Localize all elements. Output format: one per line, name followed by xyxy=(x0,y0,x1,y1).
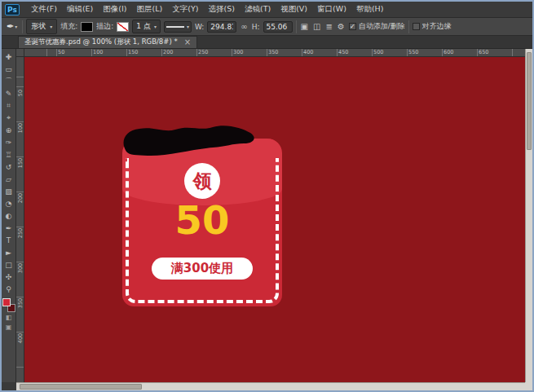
path-operations-icon[interactable]: ▣ xyxy=(300,22,309,31)
eraser-tool-icon[interactable]: ▱ xyxy=(2,173,15,185)
ruler-tick-label: 350 xyxy=(16,297,24,332)
ruler-tick-label: 600 xyxy=(442,49,477,56)
healing-brush-tool-icon[interactable]: ⊕ xyxy=(2,124,15,136)
width-input[interactable] xyxy=(207,21,236,33)
claim-character: 领 xyxy=(193,169,212,194)
gradient-tool-icon[interactable]: ▨ xyxy=(2,185,15,197)
stroke-style-preview xyxy=(166,26,184,28)
ruler-tick-label: 300 xyxy=(16,262,24,297)
ruler-tick-label: 100 xyxy=(91,49,126,56)
align-edges-option[interactable]: 对齐边缘 xyxy=(413,21,452,32)
horizontal-scrollbar-thumb[interactable] xyxy=(20,384,142,390)
link-dimensions-icon[interactable]: ∞ xyxy=(240,22,248,31)
ruler-tick-label: 200 xyxy=(161,49,196,56)
type-tool-icon[interactable]: T xyxy=(2,234,15,246)
ruler-tick-label: 350 xyxy=(267,49,302,56)
auto-add-delete-checkbox[interactable]: ✓ xyxy=(349,23,356,30)
brush-tool-icon[interactable]: ✑ xyxy=(2,136,15,148)
stroke-color-swatch[interactable] xyxy=(117,22,129,32)
vertical-scrollbar-thumb[interactable] xyxy=(527,52,532,150)
pen-tool-icon: ✒ xyxy=(7,21,14,32)
quick-select-tool-icon[interactable]: ✎ xyxy=(2,87,15,99)
ruler-corner xyxy=(16,49,24,57)
crop-tool-icon[interactable]: ⌗ xyxy=(2,99,15,112)
stroke-width-value: 1 点 xyxy=(136,21,151,32)
document-canvas[interactable]: 领 50 满300使用 xyxy=(24,57,525,382)
ruler-tick-label: 50 xyxy=(16,86,24,121)
vertical-scrollbar[interactable] xyxy=(525,49,532,382)
tool-preset-picker[interactable]: ✒ ▾ xyxy=(5,20,19,33)
document-tab[interactable]: 圣诞节优惠券.psd @ 100% (形状 1, RGB/8#) * × xyxy=(18,36,197,48)
align-edges-checkbox[interactable] xyxy=(413,23,420,30)
vertical-ruler: 50100150200250300350400 xyxy=(16,57,24,382)
photoshop-window: Ps 文件(F)编辑(E)图像(I)图层(L)文字(Y)选择(S)滤镜(T)视图… xyxy=(0,0,534,392)
ruler-tick-label: 450 xyxy=(337,49,372,56)
auto-add-delete-option[interactable]: ✓ 自动添加/删除 xyxy=(349,21,405,32)
menu-item[interactable]: 滤镜(T) xyxy=(240,2,276,16)
chevron-down-icon: ▾ xyxy=(15,24,17,29)
stroke-width-field[interactable]: 1 点 ▾ xyxy=(132,20,161,33)
condition-pill: 满300使用 xyxy=(152,258,253,280)
ruler-tick-label: 150 xyxy=(16,156,24,192)
ruler-tick-label: 400 xyxy=(16,332,24,367)
menu-item[interactable]: 帮助(H) xyxy=(351,2,389,16)
move-tool-icon[interactable]: ✚ xyxy=(2,51,15,63)
screen-mode-icon[interactable]: ▣ xyxy=(2,322,15,332)
tools-panel: ✚▭⌒✎⌗⌖⊕✑♖↺▱▨◔◐✒T►□✣⚲ ◧ ▣ xyxy=(2,49,16,382)
menu-item[interactable]: 窗口(W) xyxy=(312,2,351,16)
path-select-tool-icon[interactable]: ► xyxy=(2,246,15,258)
width-label: W: xyxy=(195,23,204,31)
tool-mode-value: 形状 xyxy=(31,21,46,32)
pen-tool-icon[interactable]: ✒ xyxy=(2,222,15,234)
tool-mode-select[interactable]: 形状 ▾ xyxy=(26,19,57,34)
menu-item[interactable]: 选择(S) xyxy=(203,2,239,16)
path-alignment-icon[interactable]: ◫ xyxy=(312,22,321,31)
fill-color-swatch[interactable] xyxy=(81,22,93,32)
menu-item[interactable]: 文件(F) xyxy=(26,2,62,16)
height-input[interactable] xyxy=(263,21,293,33)
horizontal-ruler-labels: 50100150200250300350400450500550600650 xyxy=(24,49,525,56)
separator xyxy=(296,20,297,33)
shape-tool-icon[interactable]: □ xyxy=(2,258,15,271)
ruler-tick-label: 250 xyxy=(16,227,24,262)
align-edges-label: 对齐边缘 xyxy=(422,21,452,32)
dodge-tool-icon[interactable]: ◐ xyxy=(2,209,15,222)
condition-text: 满300使用 xyxy=(171,261,233,276)
quick-mask-icon[interactable]: ◧ xyxy=(2,312,15,322)
horizontal-scrollbar[interactable] xyxy=(16,382,525,390)
zoom-tool-icon[interactable]: ⚲ xyxy=(2,283,15,295)
chevron-down-icon: ▾ xyxy=(187,24,189,29)
ruler-tick-label: 400 xyxy=(302,49,337,56)
ruler-tick-label: 650 xyxy=(477,49,512,56)
menu-item[interactable]: 视图(V) xyxy=(276,2,312,16)
clone-stamp-tool-icon[interactable]: ♖ xyxy=(2,148,15,161)
document-title: 圣诞节优惠券.psd @ 100% (形状 1, RGB/8#) * xyxy=(24,37,178,47)
menu-item[interactable]: 文字(Y) xyxy=(167,2,203,16)
eyedropper-tool-icon[interactable]: ⌖ xyxy=(2,112,15,124)
menu-item[interactable]: 图层(L) xyxy=(132,2,168,16)
path-arrangement-icon[interactable]: ≣ xyxy=(324,22,333,31)
foreground-color-swatch[interactable] xyxy=(2,298,11,306)
marquee-tool-icon[interactable]: ▭ xyxy=(2,63,15,75)
ruler-tick-label: 250 xyxy=(196,49,232,56)
chevron-down-icon: ▾ xyxy=(50,24,52,29)
tool-list: ✚▭⌒✎⌗⌖⊕✑♖↺▱▨◔◐✒T►□✣⚲ xyxy=(2,51,15,295)
separator xyxy=(408,20,409,33)
vertical-ruler-labels: 50100150200250300350400 xyxy=(16,57,24,367)
ruler-tick-label: 50 xyxy=(56,49,91,56)
stroke-style-select[interactable]: ▾ xyxy=(164,21,192,33)
height-label: H: xyxy=(252,23,260,31)
blur-tool-icon[interactable]: ◔ xyxy=(2,197,15,209)
fill-label: 填充: xyxy=(60,21,77,32)
gear-icon[interactable]: ⚙ xyxy=(337,22,346,31)
history-brush-tool-icon[interactable]: ↺ xyxy=(2,161,15,173)
options-bar: ✒ ▾ 形状 ▾ 填充: 描边: 1 点 ▾ ▾ W: ∞ H: ▣ ◫ ≣ ⚙… xyxy=(2,18,532,36)
claim-badge-circle: 领 xyxy=(184,163,220,199)
menu-items: 文件(F)编辑(E)图像(I)图层(L)文字(Y)选择(S)滤镜(T)视图(V)… xyxy=(26,2,388,16)
close-icon[interactable]: × xyxy=(184,38,191,46)
menu-item[interactable]: 编辑(E) xyxy=(62,2,98,16)
ruler-tick-label: 300 xyxy=(232,49,267,56)
hand-tool-icon[interactable]: ✣ xyxy=(2,271,15,283)
menu-item[interactable]: 图像(I) xyxy=(98,2,131,16)
lasso-tool-icon[interactable]: ⌒ xyxy=(2,75,15,87)
